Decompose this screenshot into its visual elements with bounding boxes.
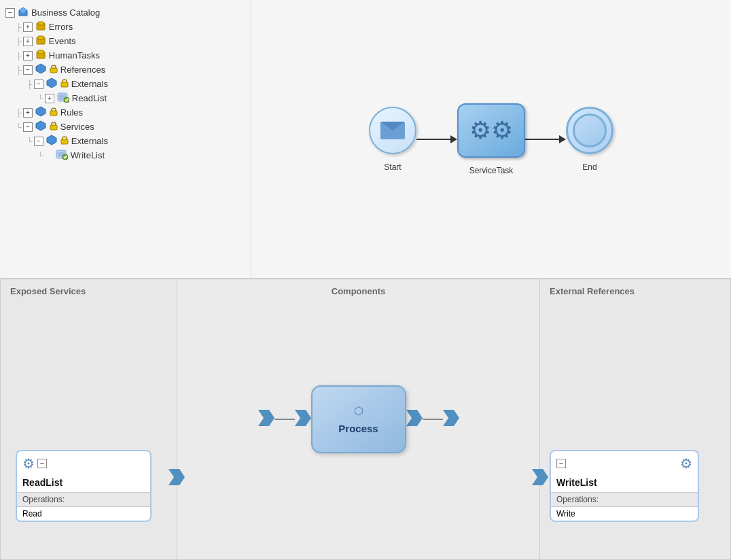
writelist-icon [56, 149, 68, 160]
expand-icon-humantasks[interactable]: + [23, 51, 33, 60]
writelist-title-area: WriteList [551, 476, 698, 492]
tree-item-errors[interactable]: ├ + Errors [14, 20, 248, 34]
references-lock-icon [49, 64, 58, 73]
svg-rect-20 [61, 139, 68, 144]
svg-rect-7 [38, 50, 43, 54]
expand-icon-events[interactable]: + [23, 37, 33, 46]
chevron-enter-process [295, 410, 311, 429]
writelist-body: Operations: Write [551, 492, 698, 521]
tree-item-readlist[interactable]: └ + ReadList [35, 91, 248, 105]
tree-label-business-catalog: Business Catalog [31, 7, 100, 18]
tree-label-humantasks: HumanTasks [49, 50, 100, 60]
readlist-minus-btn[interactable]: − [37, 459, 47, 468]
process-box[interactable]: ⬡ Process [311, 385, 406, 453]
expand-icon-readlist[interactable]: + [45, 94, 54, 103]
writelist-box[interactable]: − ⚙ WriteList Operations: Write [550, 450, 699, 522]
svg-marker-27 [406, 410, 423, 426]
events-icon [35, 35, 46, 46]
flow-diagram: Start ⚙⚙ ServiceTask [369, 103, 613, 175]
tree-item-services[interactable]: └ − Services [14, 120, 248, 134]
ref-externals-lock-icon [60, 78, 69, 88]
readlist-header: ⚙ − [17, 451, 150, 476]
tree-label-ref-externals: Externals [71, 79, 108, 89]
tree-item-writelist[interactable]: └ WriteList [35, 148, 248, 162]
svg-rect-3 [38, 22, 43, 25]
exposed-services-panel: Exposed Services ⚙ − ReadList Operations… [1, 279, 177, 559]
writelist-minus-btn[interactable]: − [556, 459, 566, 468]
tree-item-humantasks[interactable]: ├ + HumanTasks [14, 48, 248, 63]
components-panel: Components ⬡ Process [177, 279, 540, 559]
service-task-box: ⚙⚙ [457, 103, 525, 158]
flow-diagram-area: Start ⚙⚙ ServiceTask [251, 0, 731, 278]
readlist-op: Read [17, 507, 150, 521]
expand-icon-services[interactable]: − [23, 122, 33, 132]
expand-icon-root[interactable]: − [5, 8, 15, 18]
svg-marker-10 [47, 78, 56, 88]
composite-flow: ⬡ Process [258, 385, 459, 453]
expand-icon-references[interactable]: − [23, 65, 33, 75]
readlist-chevron-out [168, 469, 185, 488]
svg-rect-9 [50, 68, 57, 73]
expand-icon-svc-externals[interactable]: − [34, 137, 43, 146]
chevron-exit-process [406, 410, 423, 429]
tree-label-events: Events [49, 36, 76, 46]
arrow-head-2 [559, 135, 566, 143]
ref-externals-icon [46, 77, 57, 88]
chevron-right-out [443, 410, 459, 429]
errors-icon [35, 20, 46, 31]
readlist-title: ReadList [22, 477, 145, 488]
expand-icon-ref-externals[interactable]: − [34, 80, 43, 89]
svc-externals-icon [46, 135, 57, 145]
tree-item-rules[interactable]: ├ + Rules [14, 105, 248, 120]
end-circle [566, 107, 613, 154]
bottom-panel: Exposed Services ⚙ − ReadList Operations… [0, 279, 731, 560]
end-label: End [582, 162, 596, 172]
rules-lock-icon [49, 107, 58, 116]
services-icon [35, 120, 46, 131]
components-label: Components [322, 279, 395, 300]
tree-item-references[interactable]: ├ − References [14, 63, 248, 77]
service-task-node[interactable]: ⚙⚙ ServiceTask [457, 103, 525, 175]
external-refs-label: External References [540, 279, 644, 300]
tree-label-errors: Errors [49, 22, 73, 32]
arrow-head-1 [450, 135, 457, 143]
end-inner-circle [573, 113, 607, 147]
readlist-title-area: ReadList [17, 476, 150, 492]
chevron-left-in [258, 410, 274, 429]
writelist-gear-icon: ⚙ [680, 455, 692, 472]
tree-label-references: References [60, 65, 105, 75]
svg-marker-19 [47, 135, 56, 145]
tree-label-readlist: ReadList [72, 93, 107, 103]
svg-marker-28 [443, 410, 459, 426]
references-icon [35, 63, 46, 74]
tree-item-business-catalog[interactable]: − Business Catalog [3, 5, 248, 20]
expand-icon-errors[interactable]: + [23, 22, 33, 32]
readlist-box[interactable]: ⚙ − ReadList Operations: Read [16, 450, 151, 522]
tree-item-svc-externals[interactable]: └ − Externals [24, 134, 248, 148]
tree-label-writelist: WriteList [71, 150, 105, 160]
start-label: Start [384, 162, 401, 172]
svc-externals-lock-icon [60, 135, 69, 145]
arrow-1 [416, 135, 457, 143]
svg-marker-25 [258, 410, 274, 426]
start-circle [369, 107, 416, 154]
services-lock-icon [49, 121, 58, 130]
expand-icon-rules[interactable]: + [23, 108, 33, 118]
svg-rect-16 [50, 111, 57, 116]
writelist-op: Write [551, 507, 698, 521]
service-task-label: ServiceTask [469, 166, 514, 175]
tree-label-svc-externals: Externals [71, 136, 108, 146]
conn-line-right [423, 419, 443, 420]
svg-rect-5 [38, 36, 43, 39]
tree-item-ref-externals[interactable]: ├ − Externals [24, 77, 248, 91]
svg-marker-26 [295, 410, 311, 426]
tree-item-events[interactable]: ├ + Events [14, 34, 248, 48]
exposed-services-label: Exposed Services [1, 279, 95, 300]
end-node[interactable]: End [566, 107, 613, 172]
start-node[interactable]: Start [369, 107, 416, 172]
svg-rect-11 [61, 82, 68, 87]
humantasks-icon [35, 49, 46, 60]
writelist-title: WriteList [556, 477, 692, 488]
writelist-chevron-in [532, 469, 548, 488]
arrow-line-1 [416, 139, 450, 140]
